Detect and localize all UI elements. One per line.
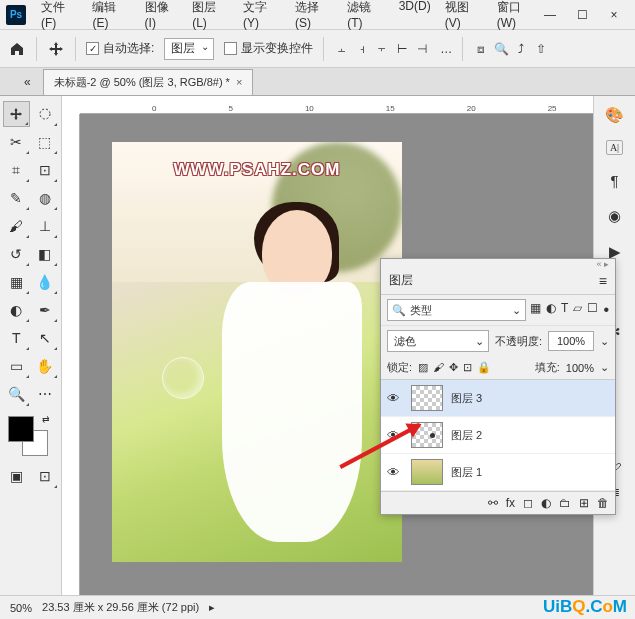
- new-layer-icon[interactable]: ⊞: [579, 496, 589, 510]
- lock-brush-icon[interactable]: 🖌: [433, 361, 444, 374]
- layer-thumbnail[interactable]: [411, 459, 443, 485]
- menu-view[interactable]: 视图(V): [440, 0, 488, 34]
- filter-toggle-icon[interactable]: •: [603, 301, 609, 319]
- brush-tool[interactable]: 🖌: [3, 213, 30, 239]
- filter-shape-icon[interactable]: ▱: [573, 301, 582, 319]
- ruler-vertical[interactable]: [62, 114, 80, 595]
- menu-type[interactable]: 文字(Y): [238, 0, 286, 34]
- opacity-chevron-icon[interactable]: ⌄: [600, 335, 609, 348]
- quickmask-tool[interactable]: ▣: [3, 463, 30, 489]
- crop-tool[interactable]: ⌗: [3, 157, 30, 183]
- filter-pixel-icon[interactable]: ▦: [530, 301, 541, 319]
- lock-position-icon[interactable]: ✥: [449, 361, 458, 374]
- move-tool[interactable]: [3, 101, 30, 127]
- gradient-tool[interactable]: ▦: [3, 269, 30, 295]
- pen-tool[interactable]: ✒: [32, 297, 59, 323]
- lock-artboard-icon[interactable]: ⊡: [463, 361, 472, 374]
- paragraph-panel-icon[interactable]: ¶: [604, 169, 626, 191]
- hand-tool[interactable]: ✋: [32, 353, 59, 379]
- layer-mask-icon[interactable]: ◻: [523, 496, 533, 510]
- zoom-tool[interactable]: 🔍: [3, 381, 30, 407]
- share-icon[interactable]: ⤴: [513, 41, 529, 57]
- auto-select-dropdown[interactable]: 图层: [164, 38, 214, 60]
- align-bottom-icon[interactable]: ⫟: [374, 41, 390, 57]
- align-top-icon[interactable]: ⫠: [334, 41, 350, 57]
- ruler-horizontal[interactable]: 0510152025: [80, 96, 593, 114]
- 3d-mode-icon[interactable]: ⧈: [473, 41, 489, 57]
- menu-image[interactable]: 图像(I): [140, 0, 184, 34]
- layer-item[interactable]: 👁 图层 1: [381, 454, 615, 491]
- dodge-tool[interactable]: ◐: [3, 297, 30, 323]
- delete-layer-icon[interactable]: 🗑: [597, 496, 609, 510]
- foreground-color[interactable]: [8, 416, 34, 442]
- visibility-icon[interactable]: 👁: [387, 465, 403, 480]
- link-layers-icon[interactable]: ⚯: [488, 496, 498, 510]
- panel-collapse-icon[interactable]: « ▸: [381, 259, 615, 267]
- clone-stamp-tool[interactable]: ⊥: [32, 213, 59, 239]
- layer-type-filter[interactable]: 🔍 类型 ⌄: [387, 299, 526, 321]
- menu-filter[interactable]: 滤镜(T): [342, 0, 389, 34]
- adjustment-layer-icon[interactable]: ◐: [541, 496, 551, 510]
- eraser-tool[interactable]: ◧: [32, 241, 59, 267]
- doc-dimensions[interactable]: 23.53 厘米 x 29.56 厘米 (72 ppi): [42, 600, 199, 615]
- lock-all-icon[interactable]: 🔒: [477, 361, 491, 374]
- path-select-tool[interactable]: ↖: [32, 325, 59, 351]
- eyedropper-tool[interactable]: ✎: [3, 185, 30, 211]
- close-tab-icon[interactable]: ×: [236, 76, 242, 88]
- blend-mode-dropdown[interactable]: 滤色: [387, 330, 489, 352]
- lock-transparency-icon[interactable]: ▨: [418, 361, 428, 374]
- status-chevron-icon[interactable]: ▸: [209, 601, 215, 614]
- menu-edit[interactable]: 编辑(E): [87, 0, 135, 34]
- align-left-icon[interactable]: ⊢: [394, 41, 410, 57]
- history-brush-tool[interactable]: ↺: [3, 241, 30, 267]
- layer-item[interactable]: 👁 图层 3: [381, 380, 615, 417]
- minimize-button[interactable]: —: [543, 8, 557, 22]
- document-canvas[interactable]: WWW.PSAHZ.COM: [112, 142, 402, 562]
- more-tools[interactable]: ⋯: [32, 381, 59, 407]
- menu-select[interactable]: 选择(S): [290, 0, 338, 34]
- healing-tool[interactable]: ◍: [32, 185, 59, 211]
- menu-3d[interactable]: 3D(D): [394, 0, 436, 34]
- group-layers-icon[interactable]: 🗀: [559, 496, 571, 510]
- layer-name[interactable]: 图层 3: [451, 391, 482, 406]
- align-hcenter-icon[interactable]: ⊣: [414, 41, 430, 57]
- layer-name[interactable]: 图层 2: [451, 428, 482, 443]
- search-icon[interactable]: 🔍: [493, 41, 509, 57]
- gradient-panel-icon[interactable]: ◉: [604, 205, 626, 227]
- color-swatches[interactable]: ⇄: [8, 416, 48, 456]
- menu-file[interactable]: 文件(F): [36, 0, 83, 34]
- character-panel-icon[interactable]: A|: [606, 140, 623, 155]
- color-panel-icon[interactable]: 🎨: [604, 104, 626, 126]
- zoom-level[interactable]: 50%: [10, 602, 32, 614]
- frame-tool[interactable]: ⊡: [32, 157, 59, 183]
- collapse-icon[interactable]: «: [24, 75, 31, 89]
- visibility-icon[interactable]: 👁: [387, 391, 403, 406]
- shape-tool[interactable]: ▭: [3, 353, 30, 379]
- filter-adjust-icon[interactable]: ◐: [546, 301, 556, 319]
- fill-chevron-icon[interactable]: ⌄: [600, 361, 609, 374]
- panel-menu-icon[interactable]: ≡: [599, 273, 607, 289]
- maximize-button[interactable]: ☐: [575, 8, 589, 22]
- layer-fx-icon[interactable]: fx: [506, 496, 515, 510]
- menu-layer[interactable]: 图层(L): [187, 0, 234, 34]
- opacity-input[interactable]: 100%: [548, 331, 594, 351]
- filter-smart-icon[interactable]: ☐: [587, 301, 598, 319]
- move-tool-icon[interactable]: [47, 40, 65, 58]
- export-icon[interactable]: ⇧: [533, 41, 549, 57]
- layer-thumbnail[interactable]: [411, 385, 443, 411]
- more-options[interactable]: …: [440, 42, 452, 56]
- show-transform-checkbox[interactable]: 显示变换控件: [224, 40, 313, 57]
- blur-tool[interactable]: 💧: [32, 269, 59, 295]
- magic-wand-tool[interactable]: ⬚: [32, 129, 59, 155]
- layer-name[interactable]: 图层 1: [451, 465, 482, 480]
- marquee-tool[interactable]: [32, 101, 58, 127]
- swap-colors-icon[interactable]: ⇄: [42, 414, 50, 424]
- menu-window[interactable]: 窗口(W): [492, 0, 543, 34]
- screenmode-tool[interactable]: ⊡: [32, 463, 59, 489]
- align-vcenter-icon[interactable]: ⫞: [354, 41, 370, 57]
- document-tab[interactable]: 未标题-2 @ 50% (图层 3, RGB/8#) * ×: [43, 69, 254, 95]
- close-button[interactable]: ×: [607, 8, 621, 22]
- type-tool[interactable]: T: [3, 325, 30, 351]
- filter-type-icon[interactable]: T: [561, 301, 568, 319]
- home-icon[interactable]: [8, 40, 26, 58]
